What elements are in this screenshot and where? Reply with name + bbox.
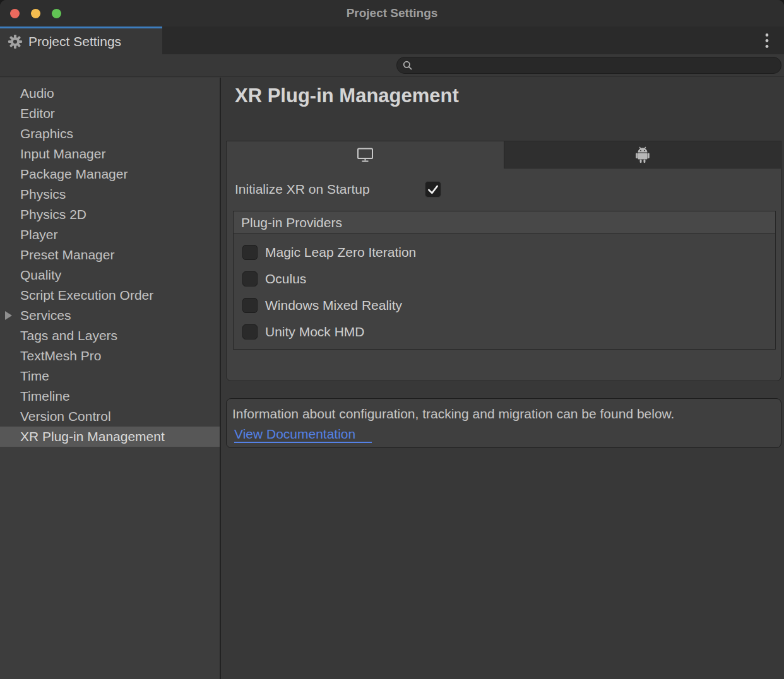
- sidebar-item-label: Player: [20, 227, 58, 242]
- sidebar-item-label: Time: [20, 369, 49, 384]
- sidebar-item-label: Input Manager: [20, 146, 105, 162]
- sidebar-item-script-execution-order[interactable]: Script Execution Order: [0, 285, 220, 305]
- search-input[interactable]: [413, 59, 767, 72]
- sidebar-item-preset-manager[interactable]: Preset Manager: [0, 245, 220, 265]
- info-text: Information about configuration, trackin…: [232, 404, 775, 423]
- sidebar-item-label: Script Execution Order: [20, 288, 153, 303]
- provider-row: Unity Mock HMD: [234, 319, 775, 345]
- provider-label: Unity Mock HMD: [265, 324, 365, 340]
- disclosure-triangle-icon[interactable]: [5, 311, 12, 320]
- sidebar: AudioEditorGraphicsInput ManagerPackage …: [0, 78, 220, 679]
- sidebar-item-label: Physics 2D: [20, 207, 86, 222]
- search-field[interactable]: [396, 57, 781, 74]
- page-title: XR Plug-in Management: [235, 85, 459, 107]
- android-icon: [635, 146, 650, 163]
- window-title: Project Settings: [0, 0, 784, 27]
- main-panel: XR Plug-in Management: [221, 78, 784, 679]
- titlebar: Project Settings: [0, 0, 784, 27]
- platform-tab-desktop[interactable]: [227, 141, 504, 168]
- sidebar-item-label: Audio: [20, 86, 54, 101]
- sidebar-item-audio[interactable]: Audio: [0, 83, 220, 103]
- sidebar-item-label: Graphics: [20, 126, 73, 141]
- provider-row: Magic Leap Zero Iteration: [234, 239, 775, 266]
- tab-label: Project Settings: [28, 34, 121, 49]
- info-box: Information about configuration, trackin…: [226, 398, 781, 448]
- sidebar-item-version-control[interactable]: Version Control: [0, 406, 220, 427]
- sidebar-item-label: TextMesh Pro: [20, 348, 101, 363]
- sidebar-item-services[interactable]: Services: [0, 305, 220, 326]
- project-settings-window: Project Settings Project Settings: [0, 0, 784, 679]
- tab-project-settings[interactable]: Project Settings: [0, 27, 162, 54]
- sidebar-item-xr-plug-in-management[interactable]: XR Plug-in Management: [0, 427, 220, 447]
- sidebar-item-player[interactable]: Player: [0, 225, 220, 245]
- provider-checkbox[interactable]: [242, 324, 258, 340]
- content: AudioEditorGraphicsInput ManagerPackage …: [0, 78, 784, 679]
- editor-tabstrip: Project Settings: [0, 27, 784, 54]
- provider-checkbox[interactable]: [242, 271, 258, 286]
- gear-icon: [8, 34, 23, 49]
- initialize-xr-label: Initialize XR on Startup: [235, 182, 425, 197]
- provider-label: Magic Leap Zero Iteration: [265, 245, 416, 260]
- platform-tab-bar: [227, 141, 781, 168]
- sidebar-item-label: Editor: [20, 106, 55, 121]
- sidebar-item-textmesh-pro[interactable]: TextMesh Pro: [0, 346, 220, 366]
- sidebar-item-editor[interactable]: Editor: [0, 103, 220, 124]
- provider-label: Windows Mixed Reality: [265, 298, 402, 313]
- sidebar-item-time[interactable]: Time: [0, 366, 220, 386]
- sidebar-item-label: Version Control: [20, 409, 111, 424]
- xr-settings-box: Initialize XR on Startup Plug-in Provide…: [226, 141, 781, 381]
- sidebar-item-label: Tags and Layers: [20, 328, 117, 343]
- search-icon: [402, 60, 413, 71]
- desktop-icon: [357, 147, 374, 163]
- sidebar-item-timeline[interactable]: Timeline: [0, 386, 220, 406]
- provider-row: Oculus: [234, 266, 775, 292]
- sidebar-item-label: XR Plug-in Management: [20, 429, 165, 444]
- provider-checkbox[interactable]: [242, 298, 258, 313]
- provider-row: Windows Mixed Reality: [234, 292, 775, 319]
- view-documentation-link[interactable]: View Documentation: [234, 427, 372, 443]
- kebab-menu-icon[interactable]: [763, 33, 771, 49]
- sidebar-item-quality[interactable]: Quality: [0, 265, 220, 285]
- initialize-xr-checkbox[interactable]: [425, 181, 441, 198]
- sidebar-item-label: Services: [20, 308, 71, 323]
- sidebar-item-label: Timeline: [20, 389, 70, 404]
- sidebar-item-tags-and-layers[interactable]: Tags and Layers: [0, 326, 220, 346]
- plugin-providers-header: Plug-in Providers: [233, 211, 776, 234]
- sidebar-item-label: Physics: [20, 187, 66, 202]
- sidebar-item-physics[interactable]: Physics: [0, 184, 220, 204]
- sidebar-item-physics-2d[interactable]: Physics 2D: [0, 204, 220, 225]
- toolbar: [0, 54, 784, 77]
- platform-tab-android[interactable]: [504, 141, 781, 168]
- sidebar-item-label: Quality: [20, 268, 61, 283]
- sidebar-item-package-manager[interactable]: Package Manager: [0, 164, 220, 184]
- sidebar-item-input-manager[interactable]: Input Manager: [0, 144, 220, 164]
- sidebar-item-graphics[interactable]: Graphics: [0, 124, 220, 144]
- plugin-providers-list: Magic Leap Zero IterationOculusWindows M…: [233, 233, 776, 350]
- provider-checkbox[interactable]: [242, 245, 258, 260]
- sidebar-item-label: Preset Manager: [20, 247, 114, 263]
- initialize-xr-row: Initialize XR on Startup: [235, 180, 441, 198]
- provider-label: Oculus: [265, 271, 306, 286]
- sidebar-item-label: Package Manager: [20, 167, 128, 182]
